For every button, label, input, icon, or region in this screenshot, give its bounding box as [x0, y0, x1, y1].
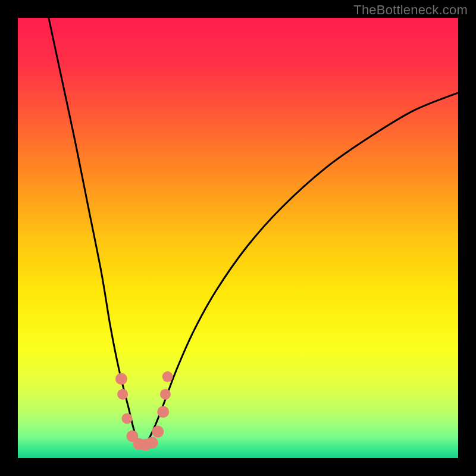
- plot-area: [18, 18, 458, 458]
- marker-dot: [122, 413, 133, 424]
- curve-markers: [115, 371, 173, 451]
- marker-dot: [146, 437, 158, 449]
- watermark-text: TheBottleneck.com: [353, 2, 468, 18]
- bottleneck-curve: [49, 18, 458, 445]
- marker-dot: [157, 406, 169, 418]
- curve-layer: [18, 18, 458, 458]
- marker-dot: [160, 389, 171, 400]
- marker-dot: [162, 371, 173, 382]
- marker-dot: [152, 426, 164, 438]
- marker-dot: [115, 373, 127, 385]
- marker-dot: [117, 389, 128, 400]
- chart-frame: TheBottleneck.com: [0, 0, 476, 476]
